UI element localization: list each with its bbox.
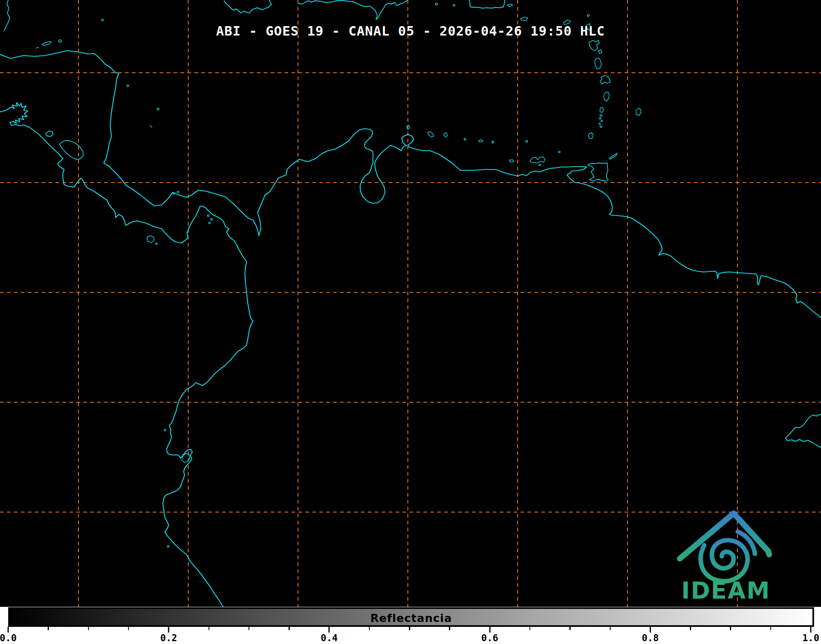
island-dot-coiba-islet bbox=[156, 243, 157, 245]
coastline-st-lucia bbox=[604, 92, 609, 101]
island-dot-los-testigos bbox=[558, 151, 560, 153]
colorbar-area: Reflectancia 0.00.20.40.60.81.0 bbox=[0, 607, 821, 644]
graticule-gridlines bbox=[0, 0, 821, 607]
coastline-puerto-rico-south-coast bbox=[469, 0, 505, 8]
coastline-st-vincent bbox=[600, 107, 603, 113]
island-dot-coche bbox=[539, 164, 541, 166]
satellite-map: IDEAM ABI - GOES 19 - CANAL 05 - 2026-04… bbox=[0, 0, 821, 607]
coastline-dominica bbox=[595, 58, 601, 69]
coastline-hispaniola-south-coast bbox=[298, 0, 408, 20]
island-dot-grenadine-1 bbox=[600, 115, 602, 116]
tick-label-0.4: 0.4 bbox=[321, 633, 338, 643]
coastline-trinidad bbox=[588, 163, 608, 181]
minor-tick bbox=[128, 627, 129, 630]
tick-label-0.6: 0.6 bbox=[481, 633, 498, 643]
island-dot-la-blanquilla bbox=[526, 140, 527, 142]
island-dot-la-plata bbox=[164, 429, 166, 431]
island-dot-pearl-island-2 bbox=[211, 218, 212, 220]
minor-tick bbox=[88, 627, 89, 630]
coastline-belize-coast-fragment bbox=[4, 0, 10, 31]
island-dot-barbuda bbox=[587, 15, 589, 16]
coastline-lake-nicaragua bbox=[60, 140, 83, 159]
minor-tick bbox=[208, 627, 209, 630]
coastline-grenada bbox=[588, 133, 593, 139]
island-dot-grenadine-3 bbox=[601, 120, 603, 122]
island-dot-miskito-cay bbox=[127, 85, 129, 87]
coastline-antigua-fragment-b bbox=[587, 24, 591, 30]
coastline-st-croix bbox=[521, 17, 528, 20]
island-dot-pearl-island-1 bbox=[207, 215, 209, 216]
island-dot-la-orchila bbox=[492, 141, 494, 143]
island-dot-grenadine-5 bbox=[600, 126, 602, 127]
island-dot-swan-island bbox=[102, 19, 103, 21]
logo-swirl-icon bbox=[701, 532, 755, 581]
coastline-antigua-fragment-a bbox=[563, 20, 571, 25]
ideam-logo: IDEAM bbox=[680, 513, 770, 604]
major-tick bbox=[489, 627, 490, 633]
major-tick bbox=[168, 627, 169, 633]
coastline-caribbean-mainland-honduras-to-guianas bbox=[0, 51, 821, 318]
island-dot-bocas-islet-1 bbox=[173, 193, 175, 194]
satellite-image-viewer: IDEAM ABI - GOES 19 - CANAL 05 - 2026-04… bbox=[0, 0, 821, 644]
minor-tick bbox=[449, 627, 450, 630]
island-dot-las-aves bbox=[464, 138, 466, 140]
small-islands bbox=[102, 3, 603, 548]
minor-tick bbox=[690, 627, 691, 630]
island-dot-providencia bbox=[157, 108, 159, 110]
coastline-vieques bbox=[507, 4, 513, 7]
coastline-jamaica-south-coast bbox=[224, 0, 271, 13]
coastline-lake-managua bbox=[46, 131, 53, 136]
minor-tick bbox=[289, 627, 290, 630]
coastline-pacific-coast-fonseca-to-peru bbox=[0, 103, 253, 607]
coastline-la-tortuga bbox=[510, 160, 514, 162]
coastline-tobago bbox=[609, 153, 617, 159]
coastlines bbox=[0, 0, 821, 607]
minor-tick bbox=[610, 627, 611, 630]
coastline-brazil-amazon-coast-fragment bbox=[785, 414, 821, 448]
island-dot-grenadine-2 bbox=[599, 118, 601, 119]
island-dot-grenadine-4 bbox=[599, 123, 601, 125]
island-dot-saona bbox=[436, 3, 438, 5]
coastline-martinique bbox=[600, 76, 610, 84]
tick-label-1.0: 1.0 bbox=[802, 633, 819, 643]
minor-tick bbox=[369, 627, 370, 630]
coastline-san-andres bbox=[150, 125, 152, 127]
island-dot-pearl-island-3 bbox=[209, 222, 210, 224]
coastline-roatan bbox=[42, 42, 51, 45]
island-dot-mona bbox=[453, 4, 455, 6]
island-dot-bocas-islet-2 bbox=[177, 191, 179, 193]
coastline-los-roques bbox=[478, 140, 483, 142]
tick-label-0.8: 0.8 bbox=[642, 633, 659, 643]
colorbar-tick-labels: 0.00.20.40.60.81.0 bbox=[8, 633, 811, 644]
major-tick bbox=[8, 627, 9, 633]
coastline-bonaire bbox=[444, 133, 447, 137]
logo-wordmark: IDEAM bbox=[681, 577, 770, 604]
minor-tick bbox=[770, 627, 771, 630]
minor-tick bbox=[570, 627, 571, 630]
minor-tick bbox=[48, 627, 49, 630]
minor-tick bbox=[409, 627, 410, 630]
colorbar-gradient: Reflectancia bbox=[8, 607, 814, 627]
map-canvas: IDEAM bbox=[0, 0, 821, 607]
coastline-curacao bbox=[428, 131, 434, 137]
minor-tick bbox=[249, 627, 250, 630]
minor-tick bbox=[530, 627, 531, 630]
coastline-isla-margarita bbox=[530, 157, 545, 163]
tick-label-0.2: 0.2 bbox=[160, 633, 177, 643]
minor-tick bbox=[730, 627, 731, 630]
island-dot-lobos-de-tierra bbox=[167, 546, 169, 547]
coastline-marie-galante bbox=[599, 50, 602, 53]
coastline-utila bbox=[36, 47, 38, 48]
major-tick bbox=[329, 627, 330, 633]
colorbar-label: Reflectancia bbox=[370, 612, 452, 624]
tick-label-0.0: 0.0 bbox=[0, 633, 17, 643]
major-tick bbox=[810, 627, 812, 633]
major-tick bbox=[650, 627, 651, 633]
coastline-guanaja bbox=[58, 40, 62, 42]
coastline-coiba bbox=[147, 236, 154, 243]
coastline-guadeloupe bbox=[589, 40, 599, 51]
coastline-barbados bbox=[636, 108, 641, 116]
